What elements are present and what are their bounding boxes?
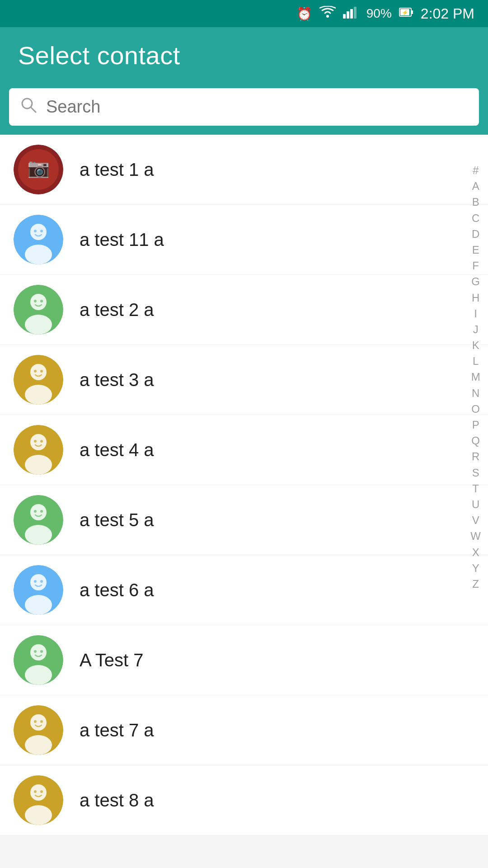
page-title: Select contact <box>18 41 180 70</box>
alarm-icon: ⏰ <box>296 6 312 21</box>
svg-point-31 <box>25 455 52 475</box>
svg-point-58 <box>40 790 43 793</box>
svg-text:⚡: ⚡ <box>401 9 408 16</box>
svg-rect-1 <box>343 14 346 19</box>
svg-point-45 <box>30 644 47 660</box>
svg-point-56 <box>25 805 52 825</box>
status-icons: ⏰ 90% <box>296 5 474 22</box>
avatar <box>14 565 63 615</box>
alphabet-letter[interactable]: P <box>469 417 482 432</box>
alphabet-letter[interactable]: H <box>469 290 482 305</box>
alphabet-letter[interactable]: E <box>469 242 482 257</box>
alphabet-letter[interactable]: N <box>469 386 482 401</box>
alphabet-letter[interactable]: C <box>469 211 482 226</box>
alphabet-letter[interactable]: S <box>469 465 482 480</box>
svg-point-55 <box>30 784 47 801</box>
search-input[interactable] <box>46 97 468 117</box>
svg-point-41 <box>25 595 52 615</box>
svg-point-52 <box>34 720 37 723</box>
contact-name: a test 1 a <box>80 160 154 180</box>
contact-name: a test 8 a <box>80 790 154 811</box>
contact-name: a test 3 a <box>80 370 154 390</box>
wifi-icon <box>319 6 336 22</box>
svg-point-16 <box>25 245 52 264</box>
list-item[interactable]: a test 6 a <box>0 555 488 625</box>
alphabet-letter[interactable]: F <box>469 258 482 273</box>
list-item[interactable]: a test 3 a <box>0 345 488 415</box>
search-box <box>9 88 479 126</box>
list-item[interactable]: a test 8 a <box>0 765 488 835</box>
svg-point-50 <box>30 714 47 731</box>
list-item[interactable]: a test 7 a <box>0 695 488 765</box>
list-item[interactable]: 📷 a test 1 a <box>0 135 488 205</box>
alphabet-letter[interactable]: G <box>469 274 483 289</box>
svg-point-30 <box>30 434 47 450</box>
svg-point-21 <box>25 315 52 335</box>
alphabet-letter[interactable]: O <box>469 401 483 416</box>
list-item[interactable]: a test 2 a <box>0 275 488 345</box>
header: Select contact <box>0 27 488 88</box>
contact-name: a test 4 a <box>80 440 154 460</box>
svg-point-53 <box>40 720 43 723</box>
svg-point-37 <box>34 510 37 513</box>
list-item[interactable]: a test 11 a <box>0 205 488 275</box>
contact-name: a test 2 a <box>80 300 154 320</box>
contact-name: a test 11 a <box>80 230 164 250</box>
avatar <box>14 635 63 685</box>
svg-point-27 <box>34 370 37 373</box>
alphabet-sidebar: #ABCDEFGHIJKLMNOPQRSTUVWXYZ <box>468 163 483 591</box>
alphabet-letter[interactable]: L <box>470 354 481 368</box>
svg-point-36 <box>25 525 52 545</box>
svg-text:📷: 📷 <box>27 157 50 179</box>
alphabet-letter[interactable]: A <box>469 179 482 193</box>
svg-point-28 <box>40 370 43 373</box>
svg-point-22 <box>34 300 37 302</box>
svg-point-42 <box>34 580 37 583</box>
search-icon <box>20 96 37 118</box>
list-item[interactable]: a test 4 a <box>0 415 488 485</box>
svg-point-43 <box>40 580 43 583</box>
search-container <box>0 88 488 135</box>
alphabet-letter[interactable]: Y <box>469 561 482 576</box>
alphabet-letter[interactable]: W <box>468 528 483 543</box>
alphabet-letter[interactable]: J <box>470 322 481 337</box>
svg-point-40 <box>30 574 47 590</box>
alphabet-letter[interactable]: X <box>469 545 482 560</box>
alphabet-letter[interactable]: U <box>469 497 482 512</box>
signal-icon <box>343 6 359 22</box>
svg-point-47 <box>34 650 37 653</box>
alphabet-letter[interactable]: B <box>469 194 482 209</box>
svg-rect-3 <box>350 9 353 19</box>
svg-rect-2 <box>347 11 349 19</box>
avatar <box>14 705 63 755</box>
status-bar: ⏰ 90% <box>0 0 488 27</box>
battery-icon: ⚡ <box>399 6 413 22</box>
contact-name: a test 7 a <box>80 720 154 741</box>
status-time: 2:02 PM <box>421 5 474 22</box>
alphabet-letter[interactable]: V <box>469 513 482 528</box>
avatar <box>14 425 63 475</box>
avatar <box>14 215 63 264</box>
list-item[interactable]: a test 5 a <box>0 485 488 555</box>
alphabet-letter[interactable]: Q <box>469 433 483 448</box>
alphabet-letter[interactable]: I <box>471 306 480 321</box>
svg-point-23 <box>40 300 43 302</box>
alphabet-letter[interactable]: R <box>469 449 482 464</box>
alphabet-letter[interactable]: Z <box>469 576 482 591</box>
alphabet-letter[interactable]: M <box>469 369 483 384</box>
svg-point-33 <box>40 440 43 443</box>
avatar <box>14 355 63 405</box>
svg-point-32 <box>34 440 37 443</box>
contact-name: a test 6 a <box>80 580 154 600</box>
list-item[interactable]: A Test 7 <box>0 625 488 695</box>
alphabet-letter[interactable]: D <box>469 226 482 241</box>
contact-name: A Test 7 <box>80 650 144 670</box>
alphabet-letter[interactable]: K <box>469 338 482 353</box>
contact-name: a test 5 a <box>80 510 154 530</box>
svg-point-15 <box>30 224 47 240</box>
avatar <box>14 285 63 335</box>
alphabet-letter[interactable]: # <box>470 163 481 178</box>
avatar <box>14 495 63 545</box>
svg-point-51 <box>25 735 52 755</box>
alphabet-letter[interactable]: T <box>469 481 482 496</box>
